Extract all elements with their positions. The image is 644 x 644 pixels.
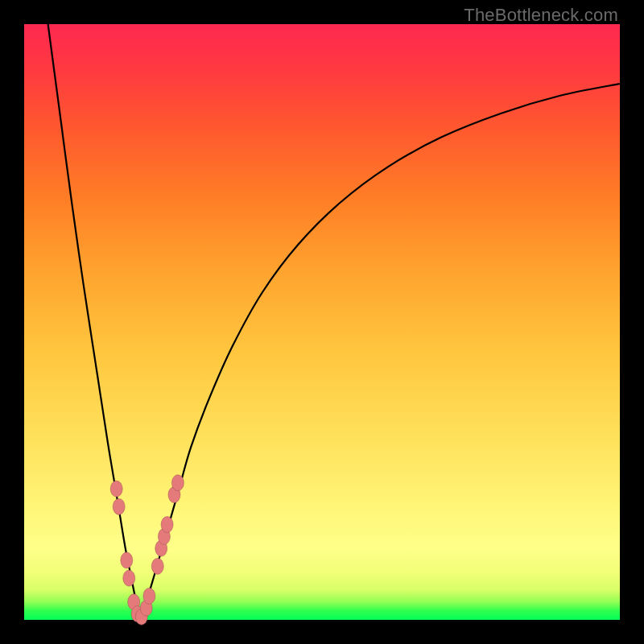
marker-point: [113, 498, 125, 514]
right-branch-curve: [140, 84, 620, 620]
highlight-markers: [110, 475, 184, 625]
marker-point: [110, 481, 122, 497]
marker-point: [121, 552, 133, 568]
watermark-text: TheBottleneck.com: [464, 5, 618, 26]
marker-point: [161, 517, 173, 533]
marker-point: [123, 570, 135, 586]
curve-layer: [24, 24, 620, 620]
marker-point: [171, 475, 184, 491]
marker-point: [143, 588, 155, 604]
plot-area: [24, 24, 620, 620]
left-branch-curve: [48, 24, 141, 620]
marker-point: [151, 558, 163, 574]
chart-frame: TheBottleneck.com: [0, 0, 644, 644]
